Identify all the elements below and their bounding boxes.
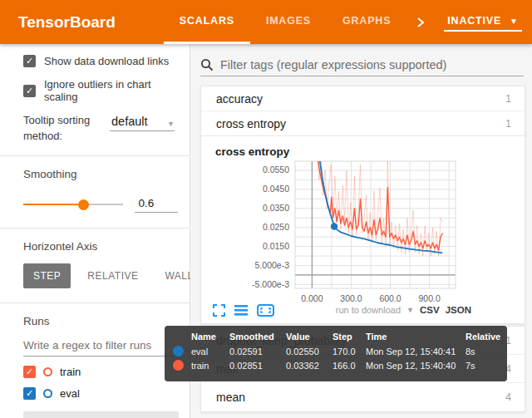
tooltip-cell-smoothed: 0.02591 [228,344,284,358]
runs-heading: Runs [23,315,178,327]
sidebar-checkbox-list: ✓Show data download links✓Ignore outlier… [23,55,178,103]
tooltip-cell-time: Mon Sep 12, 15:40:40 [364,358,464,372]
horizontal-axis-buttons: STEPRELATIVEWALL [23,263,178,288]
tooltip-col-header [171,330,190,344]
tag-section-mean[interactable]: mean4 [201,383,525,411]
svg-text:5.000e-3: 5.000e-3 [255,260,290,270]
csv-download-link[interactable]: CSV [420,305,440,315]
section-count: 1 [505,93,511,105]
tooltip-col-header: Relative [464,330,499,344]
sidebar-divider [0,302,190,303]
run-item-train: ✓train [23,366,178,378]
tag-filter-input[interactable] [220,58,524,71]
run-to-download-dropdown[interactable]: run to download [336,305,401,315]
svg-text:0.0250: 0.0250 [263,222,289,232]
run-list: ✓train✓eval [23,366,178,400]
tab-overflow-chevron-icon[interactable] [411,13,430,32]
run-label: eval [60,387,80,400]
sidebar: ✓Show data download links✓Ignore outlier… [0,44,190,418]
tooltip-sorting-value: default [111,115,148,128]
tooltip-cell-relative: 8s [464,344,499,358]
tag-section-cross-entropy[interactable]: cross entropy1 [201,111,525,136]
checkbox-icon[interactable]: ✓ [23,55,36,67]
tooltip-cell-value: 0.02550 [284,344,331,358]
smoothing-value-field[interactable]: 0.6 [135,197,178,213]
horizontal-axis-heading: Horizontel Axis [23,240,178,253]
section-count: 4 [505,391,511,403]
tooltip-sorting-label: Tooltip sorting method: [23,113,106,145]
tooltip-cell-step: 166.0 [331,358,364,372]
checkbox-label: Ignore outliers in chart scaling [44,78,178,103]
chart-card: cross entropy 0.000300.0600.0900.00.0550… [200,135,525,324]
tab-graphs[interactable]: GRAPHS [327,0,406,44]
tooltip-table: NameSmoothedValueStepTimeRelative eval0.… [171,330,499,372]
tooltip-sorting-dropdown[interactable]: default ▾ [110,113,175,131]
run-color-ring-icon [43,367,52,376]
status-caret-icon: ▼ [510,17,519,26]
smoothing-row: 0.6 [23,197,178,213]
tooltip-row-train: train0.028510.03362166.0Mon Sep 12, 15:4… [171,358,499,372]
chart-tooltip: NameSmoothedValueStepTimeRelative eval0.… [165,326,507,381]
download-caret-icon: ▼ [406,306,414,314]
smoothing-heading: Smoothing [23,168,178,180]
svg-text:0.0150: 0.0150 [263,241,289,251]
data-table-icon[interactable] [234,305,248,316]
toggle-all-runs-button[interactable]: TOGGLE ALL RUNS [23,411,179,418]
sidebar-divider [0,155,190,156]
tooltip-cell-relative: 7s [464,358,499,372]
sidebar-divider [0,228,190,229]
tag-filter-bar [200,53,524,76]
slider-thumb[interactable] [78,199,89,210]
run-color-ring-icon [43,389,52,398]
run-label: train [60,366,81,378]
status-dropdown[interactable]: INACTIVE ▼ [444,12,521,32]
svg-text:-5.000e-3: -5.000e-3 [252,279,289,289]
fit-domain-icon[interactable] [257,304,274,317]
section-label: mean [216,391,245,404]
run-color-dot-icon [173,360,184,371]
run-item-eval: ✓eval [23,387,178,400]
app-title: TensorBoard [18,13,116,32]
search-icon [200,58,214,71]
chart-footer: run to download ▼ CSV JSON [213,301,515,319]
tooltip-cell-name: train [190,358,228,372]
tooltip-col-header: Step [331,330,364,344]
checkbox-label: Show data download links [44,55,169,67]
tooltip-col-header: Smoothed [228,330,284,344]
tooltip-row-eval: eval0.025910.02550170.0Mon Sep 12, 15:40… [171,344,499,358]
settings-checkbox-row: ✓Show data download links [23,55,178,67]
expand-chart-icon[interactable] [213,304,225,317]
tag-section-accuracy[interactable]: accuracy1 [201,86,525,111]
section-count: 1 [505,118,511,130]
run-checkbox-icon[interactable]: ✓ [23,366,36,378]
header-tabs: SCALARSIMAGESGRAPHS [164,0,406,44]
chart-title: cross entropy [215,145,289,158]
smoothing-slider[interactable] [23,204,123,205]
section-label: accuracy [216,92,263,106]
tooltip-col-header: Time [364,330,464,344]
tooltip-cell-value: 0.03362 [284,358,331,372]
json-download-link[interactable]: JSON [446,305,471,315]
download-cluster: run to download ▼ CSV JSON [336,305,471,315]
header-right-cluster: INACTIVE ▼ ⚙ ? [406,0,532,44]
svg-text:0.0450: 0.0450 [263,184,289,194]
tab-scalars[interactable]: SCALARS [164,0,250,44]
runs-regex-input[interactable] [23,336,179,357]
cross-entropy-chart[interactable]: 0.000300.0600.0900.00.05500.04500.03500.… [247,158,462,307]
svg-text:0.0550: 0.0550 [263,165,289,175]
app-header: TensorBoard SCALARSIMAGESGRAPHS INACTIVE… [0,0,532,44]
tab-images[interactable]: IMAGES [250,0,327,44]
tooltip-col-header: Value [284,330,331,344]
tooltip-cell-name: eval [190,344,228,358]
axis-option-step[interactable]: STEP [23,263,71,288]
status-label: INACTIVE [447,15,501,27]
run-checkbox-icon[interactable]: ✓ [23,387,36,400]
run-color-dot-icon [173,346,184,357]
tooltip-cell-time: Mon Sep 12, 15:40:41 [364,344,464,358]
tag-sections-top: accuracy1cross entropy1 [200,86,525,137]
axis-option-relative[interactable]: RELATIVE [77,263,148,288]
tooltip-cell-step: 170.0 [331,344,364,358]
checkbox-icon[interactable]: ✓ [23,85,36,97]
tooltip-cell-smoothed: 0.02851 [228,358,284,372]
tooltip-col-header: Name [190,330,228,344]
